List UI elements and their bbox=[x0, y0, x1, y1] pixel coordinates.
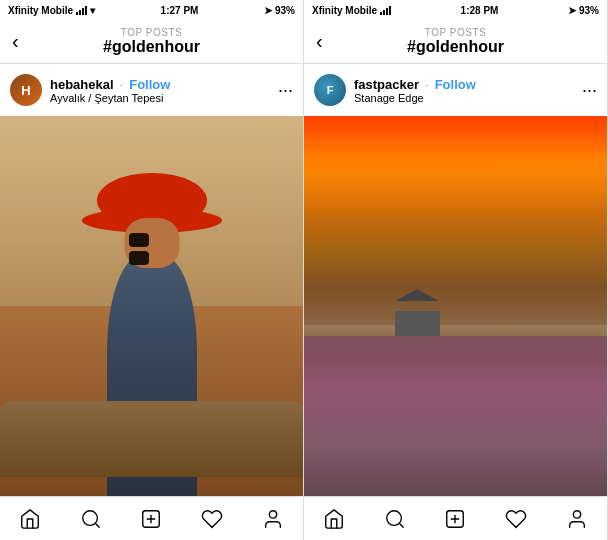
location-left[interactable]: Ayvalık / Şeytan Tepesi bbox=[50, 92, 270, 104]
post-header-right: F fastpacker · Follow Stanage Edge ··· bbox=[304, 64, 607, 116]
post-header-left: H hebahekal · Follow Ayvalık / Şeytan Te… bbox=[0, 64, 303, 116]
lens-right bbox=[129, 251, 149, 265]
follow-button-right[interactable]: Follow bbox=[435, 77, 476, 92]
left-panel: Xfinity Mobile ▾ 1:27 PM ➤ 93% ‹ TOP POS… bbox=[0, 0, 304, 540]
dot-left: · bbox=[120, 77, 124, 92]
header-left: ‹ TOP POSTS #goldenhour bbox=[0, 20, 303, 64]
username-right[interactable]: fastpacker bbox=[354, 77, 419, 92]
battery-left: 93% bbox=[275, 5, 295, 16]
time-left: 1:27 PM bbox=[161, 5, 199, 16]
navbar-right bbox=[304, 496, 607, 540]
dot-right: · bbox=[425, 77, 429, 92]
profile-icon-left[interactable] bbox=[251, 497, 295, 541]
stone-house bbox=[395, 301, 445, 336]
signal-left bbox=[76, 5, 87, 15]
svg-line-7 bbox=[399, 523, 403, 527]
sunglasses bbox=[127, 233, 177, 249]
profile-icon-right[interactable] bbox=[555, 497, 599, 541]
username-row-left: hebahekal · Follow bbox=[50, 77, 270, 92]
avatar-left[interactable]: H bbox=[10, 74, 42, 106]
post-photo-right bbox=[304, 116, 607, 496]
heart-icon-right[interactable] bbox=[494, 497, 538, 541]
status-right-right: ➤ 93% bbox=[568, 5, 599, 16]
house-roof bbox=[395, 289, 439, 301]
svg-point-11 bbox=[573, 510, 580, 517]
user-info-left: hebahekal · Follow Ayvalık / Şeytan Tepe… bbox=[50, 77, 270, 104]
header-right: ‹ TOP POSTS #goldenhour bbox=[304, 20, 607, 64]
username-left[interactable]: hebahekal bbox=[50, 77, 114, 92]
time-right: 1:28 PM bbox=[461, 5, 499, 16]
header-title-right: #goldenhour bbox=[407, 38, 504, 56]
carrier-right: Xfinity Mobile bbox=[312, 5, 377, 16]
more-button-left[interactable]: ··· bbox=[278, 80, 293, 101]
carrier-left: Xfinity Mobile bbox=[8, 5, 73, 16]
navbar-left bbox=[0, 496, 303, 540]
avatar-right[interactable]: F bbox=[314, 74, 346, 106]
back-button-left[interactable]: ‹ bbox=[12, 30, 19, 53]
location-icon-right: ➤ bbox=[568, 5, 576, 16]
home-icon-right[interactable] bbox=[312, 497, 356, 541]
svg-line-1 bbox=[95, 523, 99, 527]
add-icon-right[interactable] bbox=[433, 497, 477, 541]
follow-button-left[interactable]: Follow bbox=[129, 77, 170, 92]
location-right[interactable]: Stanage Edge bbox=[354, 92, 574, 104]
search-icon-right[interactable] bbox=[373, 497, 417, 541]
status-bar-right: Xfinity Mobile 1:28 PM ➤ 93% bbox=[304, 0, 607, 20]
status-bar-left: Xfinity Mobile ▾ 1:27 PM ➤ 93% bbox=[0, 0, 303, 20]
header-title-left: #goldenhour bbox=[103, 38, 200, 56]
table-area bbox=[0, 401, 303, 477]
user-info-right: fastpacker · Follow Stanage Edge bbox=[354, 77, 574, 104]
sky-overlay bbox=[304, 116, 607, 325]
ground-overlay bbox=[304, 336, 607, 496]
house-body bbox=[395, 311, 440, 336]
heart-icon-left[interactable] bbox=[190, 497, 234, 541]
right-panel: Xfinity Mobile 1:28 PM ➤ 93% ‹ TOP POSTS… bbox=[304, 0, 608, 540]
avatar-inner-right: F bbox=[314, 74, 346, 106]
header-subtitle-left: TOP POSTS bbox=[121, 27, 182, 38]
post-photo-left bbox=[0, 116, 303, 496]
status-left: Xfinity Mobile ▾ bbox=[8, 5, 95, 16]
svg-point-5 bbox=[269, 510, 276, 517]
add-icon-left[interactable] bbox=[129, 497, 173, 541]
signal-right bbox=[380, 5, 391, 15]
avatar-initial-left: H bbox=[21, 83, 30, 98]
battery-right: 93% bbox=[579, 5, 599, 16]
username-row-right: fastpacker · Follow bbox=[354, 77, 574, 92]
lens-left bbox=[129, 233, 149, 247]
home-icon-left[interactable] bbox=[8, 497, 52, 541]
avatar-initial-right: F bbox=[327, 84, 334, 96]
status-left-right: Xfinity Mobile bbox=[312, 5, 391, 16]
wifi-left: ▾ bbox=[90, 5, 95, 16]
location-icon-left: ➤ bbox=[264, 5, 272, 16]
header-subtitle-right: TOP POSTS bbox=[425, 27, 486, 38]
more-button-right[interactable]: ··· bbox=[582, 80, 597, 101]
search-icon-left[interactable] bbox=[69, 497, 113, 541]
status-right-left: ➤ 93% bbox=[264, 5, 295, 16]
back-button-right[interactable]: ‹ bbox=[316, 30, 323, 53]
